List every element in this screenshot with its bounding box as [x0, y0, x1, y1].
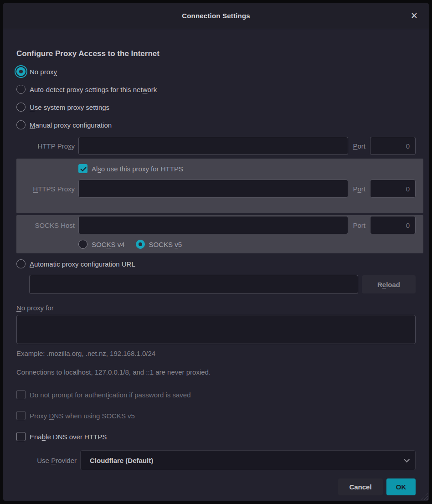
- socks-version-group: SOCKS v4 SOCKS v5: [78, 239, 416, 250]
- socks-v4-label[interactable]: SOCKS v4: [92, 241, 125, 248]
- no-proxy-for-textarea[interactable]: [16, 315, 416, 344]
- no-proxy-for-label: No proxy for: [16, 304, 416, 312]
- http-proxy-row: HTTP Proxy Port: [16, 136, 416, 156]
- radio-system-proxy-label: Use system proxy settings: [30, 103, 109, 111]
- radio-icon: [16, 259, 26, 268]
- https-proxy-row: HTTPS Proxy Port: [16, 179, 416, 199]
- radio-icon: [16, 85, 26, 94]
- radio-no-proxy[interactable]: No proxy: [16, 65, 416, 78]
- checkbox-icon: [16, 390, 26, 399]
- section-heading: Configure Proxy Access to the Internet: [16, 49, 416, 58]
- checkbox-also-use-https[interactable]: Also use this proxy for HTTPS: [78, 161, 416, 176]
- radio-no-proxy-label: No proxy: [30, 68, 57, 76]
- no-proxy-example-text: Example: .mozilla.org, .net.nz, 192.168.…: [16, 350, 416, 357]
- radio-icon: [16, 120, 26, 129]
- ok-button[interactable]: OK: [386, 478, 416, 495]
- enable-doh-label: Enable DNS over HTTPS: [30, 433, 107, 441]
- pac-url-row: Reload: [16, 275, 416, 294]
- http-port-label: Port: [353, 142, 365, 150]
- screenshot-frame: Connection Settings ✕ Configure Proxy Ac…: [0, 0, 432, 504]
- http-proxy-input[interactable]: [78, 137, 348, 155]
- socks-v5-label[interactable]: SOCKS v5: [149, 241, 182, 248]
- radio-auto-config-url[interactable]: Automatic proxy configuration URL: [16, 257, 416, 271]
- connection-settings-dialog: Connection Settings ✕ Configure Proxy Ac…: [3, 3, 429, 501]
- checkbox-checked-icon: [78, 164, 87, 173]
- no-prompt-auth-label: Do not prompt for authentication if pass…: [30, 391, 191, 399]
- https-highlight-section: Also use this proxy for HTTPS HTTPS Prox…: [16, 159, 423, 213]
- also-use-https-label: Also use this proxy for HTTPS: [92, 165, 183, 173]
- http-proxy-label: HTTP Proxy: [16, 142, 75, 150]
- radio-manual-proxy-label: Manual proxy configuration: [30, 121, 112, 129]
- radio-system-proxy[interactable]: Use system proxy settings: [16, 100, 416, 114]
- reload-button[interactable]: Reload: [362, 275, 416, 293]
- radio-auto-config-url-label: Automatic proxy configuration URL: [30, 260, 135, 268]
- https-proxy-input[interactable]: [78, 180, 348, 198]
- proxy-dns-label: Proxy DNS when using SOCKS v5: [30, 412, 135, 420]
- checkbox-proxy-dns[interactable]: Proxy DNS when using SOCKS v5: [16, 409, 416, 422]
- cancel-button[interactable]: Cancel: [338, 478, 383, 495]
- localhost-note-text: Connections to localhost, 127.0.0.1/8, a…: [16, 368, 416, 376]
- checkbox-icon: [16, 411, 26, 420]
- provider-select[interactable]: Cloudflare (Default): [80, 450, 416, 470]
- dialog-footer: Cancel OK: [3, 472, 429, 501]
- checkbox-enable-doh[interactable]: Enable DNS over HTTPS: [16, 430, 416, 443]
- radio-selected-icon[interactable]: [136, 240, 145, 249]
- https-proxy-label: HTTPS Proxy: [16, 185, 75, 193]
- close-icon[interactable]: ✕: [407, 9, 421, 23]
- dialog-titlebar: Connection Settings ✕: [3, 3, 429, 29]
- checkbox-icon: [16, 432, 26, 441]
- socks-host-label: SOCKS Host: [16, 221, 75, 229]
- radio-auto-detect-label: Auto-detect proxy settings for this netw…: [30, 86, 157, 93]
- radio-icon: [16, 103, 26, 112]
- socks-highlight-section: SOCKS Host Port SOCKS v4 SOCKS v5: [16, 215, 423, 253]
- socks-port-label: Port: [353, 221, 365, 229]
- doh-provider-row: Use Provider Cloudflare (Default): [16, 450, 416, 470]
- pac-url-input[interactable]: [29, 275, 358, 294]
- socks-host-input[interactable]: [78, 216, 348, 234]
- radio-auto-detect[interactable]: Auto-detect proxy settings for this netw…: [16, 82, 416, 96]
- http-port-input[interactable]: [370, 137, 416, 155]
- radio-icon[interactable]: [78, 240, 87, 249]
- socks-host-row: SOCKS Host Port: [16, 215, 416, 235]
- https-port-label: Port: [353, 185, 365, 193]
- socks-port-input[interactable]: [370, 216, 416, 234]
- https-port-input[interactable]: [370, 180, 416, 198]
- dialog-title: Connection Settings: [182, 12, 250, 20]
- dialog-content: Configure Proxy Access to the Internet N…: [3, 29, 429, 472]
- use-provider-label: Use Provider: [16, 457, 77, 464]
- checkbox-no-prompt-auth[interactable]: Do not prompt for authentication if pass…: [16, 388, 416, 401]
- provider-select-value: Cloudflare (Default): [90, 457, 404, 464]
- radio-manual-proxy[interactable]: Manual proxy configuration: [16, 118, 416, 132]
- radio-selected-icon: [16, 67, 26, 76]
- chevron-down-icon: [404, 457, 410, 463]
